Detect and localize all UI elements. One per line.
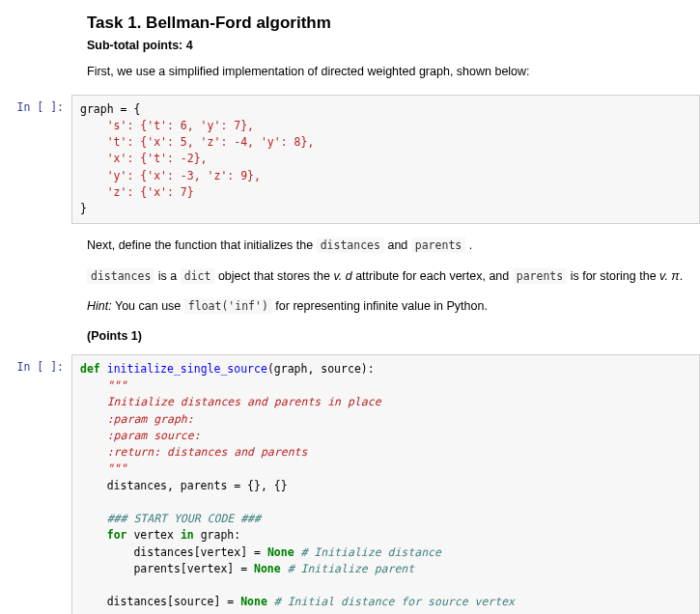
input-prompt: In [ ]:: [0, 95, 71, 114]
points-label: (Points 1): [87, 329, 686, 343]
markdown-cell-1: Task 1. Bellman-Ford algorithm Sub-total…: [0, 14, 700, 81]
hint-label: Hint:: [87, 299, 112, 313]
markdown-cell-2: Next, define the function that initializ…: [0, 237, 700, 343]
code-distances-2: distances: [87, 268, 154, 284]
code-input[interactable]: graph = { 's': {'t': 6, 'y': 7}, 't': {'…: [71, 95, 700, 225]
code-input[interactable]: def initialize_single_source(graph, sour…: [71, 354, 700, 614]
code-cell-1: In [ ]: graph = { 's': {'t': 6, 'y': 7},…: [0, 95, 700, 225]
subtotal-points: Sub-total points: 4: [87, 39, 686, 52]
hint-paragraph: Hint: You can use float('inf') for repre…: [87, 298, 686, 316]
next-paragraph: Next, define the function that initializ…: [87, 237, 686, 255]
code-dict: dict: [181, 268, 215, 284]
code-float-inf: float('inf'): [184, 298, 272, 314]
code-distances: distances: [317, 237, 384, 253]
code-parents: parents: [411, 237, 465, 253]
intro-text: First, we use a simplified implementatio…: [87, 64, 686, 81]
code-parents-2: parents: [513, 268, 567, 284]
code-cell-2: In [ ]: def initialize_single_source(gra…: [0, 354, 700, 614]
input-prompt: In [ ]:: [0, 354, 71, 374]
task-title: Task 1. Bellman-Ford algorithm: [87, 14, 686, 33]
notebook-page: Task 1. Bellman-Ford algorithm Sub-total…: [0, 0, 700, 614]
distances-paragraph: distances is a dict object that stores t…: [87, 268, 686, 286]
